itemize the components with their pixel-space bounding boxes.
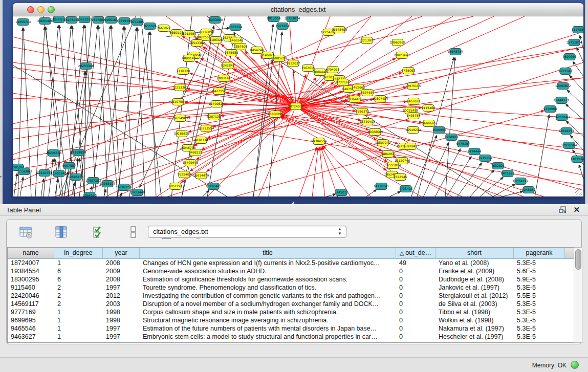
network-node[interactable]: 2522545	[394, 174, 407, 181]
network-node[interactable]: 16782759	[116, 184, 132, 191]
table-scrollbar[interactable]	[574, 247, 582, 343]
network-node[interactable]: 1187534	[571, 156, 583, 163]
table-options-button[interactable]	[19, 225, 33, 239]
network-node[interactable]: 1117250	[572, 27, 583, 33]
network-node[interactable]: 19384554	[311, 138, 327, 145]
float-window-icon[interactable]	[559, 206, 567, 213]
network-node[interactable]: 1733426	[399, 186, 413, 192]
column-header-pagerank[interactable]: pagerank	[514, 248, 565, 259]
network-node[interactable]: 9529966	[563, 54, 577, 60]
column-header-short[interactable]: short	[435, 248, 514, 259]
network-node[interactable]: 9699695	[422, 120, 436, 127]
show-columns-button[interactable]	[54, 225, 69, 239]
network-node[interactable]: 9890145	[182, 55, 196, 62]
network-node[interactable]: 8938923	[445, 134, 459, 141]
network-node[interactable]: 9875685	[225, 50, 238, 56]
network-node[interactable]: 18724007	[288, 103, 304, 110]
column-header-year[interactable]: year	[103, 248, 140, 259]
network-node[interactable]: 8427552	[212, 88, 226, 95]
network-node[interactable]: 18963967	[390, 39, 406, 46]
table-row[interactable]: 1872400712008Changes of HCN gene express…	[8, 259, 574, 267]
network-node[interactable]: 8471676	[501, 170, 515, 177]
network-node[interactable]: 7663822	[157, 25, 171, 32]
network-node[interactable]: 15751074	[567, 39, 582, 46]
network-canvas[interactable]: 1872400718300295193845547663822986012889…	[13, 16, 583, 196]
network-node[interactable]: 18720407	[360, 119, 376, 125]
network-node[interactable]: 6794023	[326, 67, 340, 73]
network-node[interactable]: 9466161	[104, 17, 118, 24]
network-node[interactable]: 8813054	[267, 16, 281, 22]
table-row[interactable]: 946554611997Estimation of the future num…	[8, 324, 574, 333]
network-node[interactable]: 2064550	[83, 192, 97, 197]
network-node[interactable]: 14136141	[374, 183, 389, 190]
network-node[interactable]: 2718120	[177, 68, 190, 75]
network-node[interactable]: 16549234	[405, 127, 421, 134]
table-row[interactable]: 1938455462009Genome-wide association stu…	[8, 267, 574, 275]
network-node[interactable]: 7485063	[402, 68, 416, 74]
network-node[interactable]: 20253346	[78, 63, 94, 70]
network-node[interactable]: 9242848	[221, 62, 235, 69]
network-node[interactable]: 2867608	[234, 43, 248, 50]
network-node[interactable]: 8454749	[250, 47, 264, 54]
select-all-button[interactable]	[92, 225, 106, 239]
network-node[interactable]: 1921854	[276, 23, 290, 30]
network-node[interactable]: 10958107	[100, 181, 116, 187]
network-node[interactable]: 16914479	[193, 172, 209, 179]
network-node[interactable]: 16543382	[189, 40, 205, 47]
network-node[interactable]: 3624554	[361, 90, 375, 96]
table-row[interactable]: 1456911722003Disruption of a novel membe…	[8, 300, 574, 308]
network-node[interactable]: 9857791	[169, 183, 183, 190]
network-node[interactable]: 8186328	[209, 37, 223, 43]
network-node[interactable]: 8878334	[194, 137, 208, 144]
network-node[interactable]: 1640954	[432, 127, 446, 134]
network-node[interactable]: 16210643	[554, 114, 570, 121]
network-node[interactable]: 10654112	[513, 178, 529, 185]
network-node[interactable]: 9115460	[422, 105, 435, 112]
network-node[interactable]: 12213363	[172, 84, 188, 91]
table-row[interactable]: 2242004622012Investigating the contribut…	[8, 292, 574, 300]
network-node[interactable]: 9227343	[559, 68, 573, 75]
network-node[interactable]: 9245012	[335, 189, 349, 196]
network-node[interactable]: 11451945	[51, 170, 67, 177]
close-panel-icon[interactable]: ✕	[573, 205, 580, 214]
node-table[interactable]: namein_degreeyeartitle△out_de…shortpager…	[7, 247, 574, 343]
network-node[interactable]: 18107554	[170, 99, 186, 105]
network-node[interactable]: 16033809	[207, 17, 223, 24]
network-node[interactable]: 12142757	[37, 170, 53, 177]
network-node[interactable]: 8912954	[183, 31, 197, 37]
network-node[interactable]: 7615526	[143, 23, 157, 30]
network-node[interactable]: 17359924	[71, 149, 86, 156]
unselect-all-button[interactable]	[126, 225, 141, 239]
network-node[interactable]: 9777169	[336, 79, 350, 86]
table-row[interactable]: 1830029562008Estimation of significance …	[8, 275, 574, 283]
network-node[interactable]: 7625402	[178, 171, 191, 178]
network-node[interactable]: 17957253	[85, 178, 101, 184]
network-node[interactable]: 11548408	[332, 27, 347, 33]
network-node[interactable]: 20973493	[394, 52, 410, 59]
network-node[interactable]: 16151824	[385, 162, 401, 169]
network-node[interactable]: 12975115	[405, 83, 421, 90]
network-node[interactable]: 6392845	[404, 143, 418, 150]
network-node[interactable]: 9245652	[522, 187, 536, 193]
network-window-titlebar[interactable]: citations_edges.txt	[13, 3, 583, 16]
column-header-out_de[interactable]: △out_de…	[396, 248, 435, 259]
network-node[interactable]: 15885209	[271, 55, 287, 62]
network-node[interactable]: 12093872	[555, 83, 571, 90]
network-node[interactable]: 17016504	[561, 142, 577, 149]
network-graph[interactable]: 1872400718300295193845547663822986012889…	[13, 16, 583, 196]
column-header-name[interactable]: name	[8, 248, 54, 259]
network-node[interactable]: 16353554	[199, 125, 214, 132]
network-node[interactable]: 12505135	[68, 174, 84, 181]
network-node[interactable]: 19166825	[174, 130, 190, 137]
network-node[interactable]: 11156863	[16, 168, 32, 175]
network-node[interactable]: 16409948	[183, 160, 199, 166]
network-node[interactable]: 9671385	[130, 19, 144, 26]
table-selector-dropdown[interactable]: citations_edges.txt ▲▼	[148, 226, 346, 238]
network-node[interactable]: 7986372	[356, 108, 369, 115]
network-node[interactable]: 11700624	[209, 101, 225, 107]
network-node[interactable]: 6495784	[407, 113, 421, 119]
panel-collapse-arrow-icon[interactable]: ▸	[0, 174, 2, 178]
network-node[interactable]: 5466546	[230, 37, 244, 44]
network-node[interactable]: 19654985	[172, 115, 188, 122]
table-scrollbar-thumb[interactable]	[575, 249, 581, 270]
